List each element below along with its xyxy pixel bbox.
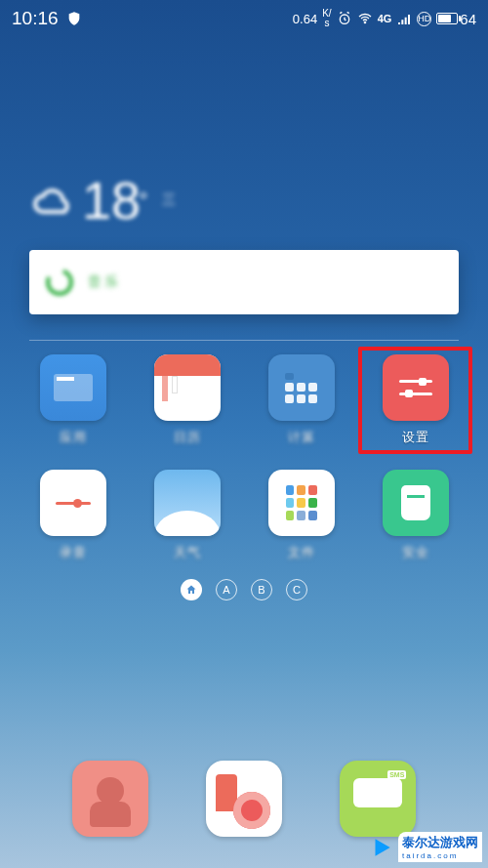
watermark-text: 泰尔达游戏网 (402, 835, 478, 849)
svg-point-2 (48, 270, 71, 294)
app-store[interactable]: 应用 (23, 354, 122, 446)
search-placeholder: 音乐 (88, 273, 121, 291)
wifi-icon (357, 11, 373, 26)
signal-icon (396, 11, 412, 26)
status-bar: 10:16 0.64 K/ s 4G HD 64 (0, 0, 488, 33)
hd-indicator: HD (417, 12, 431, 26)
degree-symbol: ° (139, 186, 148, 214)
watermark-url: tairda.com (402, 851, 478, 860)
dock-contacts[interactable] (72, 761, 148, 837)
netspeed-value: 0.64 (293, 12, 317, 26)
weather-widget[interactable]: 18 ° 三 (29, 170, 459, 230)
app-label: 天气 (174, 544, 201, 561)
clock: 10:16 (12, 8, 59, 29)
cloud-icon (29, 177, 76, 224)
temperature: 18 (82, 170, 141, 230)
app-files[interactable]: 文件 (252, 470, 350, 561)
search-card[interactable]: 音乐 (29, 250, 459, 314)
battery-indicator: 64 (436, 11, 476, 27)
divider (29, 340, 459, 341)
indicator-home[interactable] (181, 579, 202, 600)
shield-icon (66, 11, 82, 26)
app-label: 文件 (288, 544, 315, 561)
person-icon (97, 777, 124, 805)
dock: SMS (0, 761, 488, 837)
indicator-page-b[interactable]: B (251, 579, 272, 600)
app-label: 日历 (174, 429, 201, 446)
netspeed-unit: K/ s (322, 9, 331, 28)
app-label: 计算 (288, 429, 315, 446)
home-icon (185, 584, 197, 596)
alarm-icon (337, 11, 352, 26)
watermark-logo-icon (369, 835, 394, 860)
app-grid: 应用 日历 计算 设置 录音 天气 文件 安全 (23, 354, 465, 561)
weather-sub: 三 (162, 191, 178, 209)
dock-camera[interactable] (206, 761, 282, 837)
app-calendar[interactable]: 日历 (138, 354, 236, 446)
app-weather[interactable]: 天气 (138, 470, 236, 561)
app-calculator[interactable]: 计算 (252, 354, 350, 446)
sms-tag: SMS (387, 770, 406, 779)
network-4g: 4G (378, 13, 392, 24)
indicator-page-a[interactable]: A (216, 579, 237, 600)
app-label: 设置 (402, 429, 429, 446)
app-label: 应用 (60, 429, 87, 446)
app-security[interactable]: 安全 (366, 470, 465, 561)
indicator-page-c[interactable]: C (286, 579, 307, 600)
app-label: 录音 (60, 544, 87, 561)
sliders-icon (399, 376, 432, 399)
dock-messages[interactable]: SMS (340, 761, 416, 837)
app-settings[interactable]: 设置 (358, 347, 472, 454)
music-app-icon (43, 266, 76, 299)
app-notes[interactable]: 录音 (23, 470, 122, 561)
watermark: 泰尔达游戏网 tairda.com (369, 832, 482, 862)
page-indicator[interactable]: A B C (0, 579, 488, 600)
svg-point-1 (364, 21, 365, 22)
app-label: 安全 (402, 544, 429, 561)
